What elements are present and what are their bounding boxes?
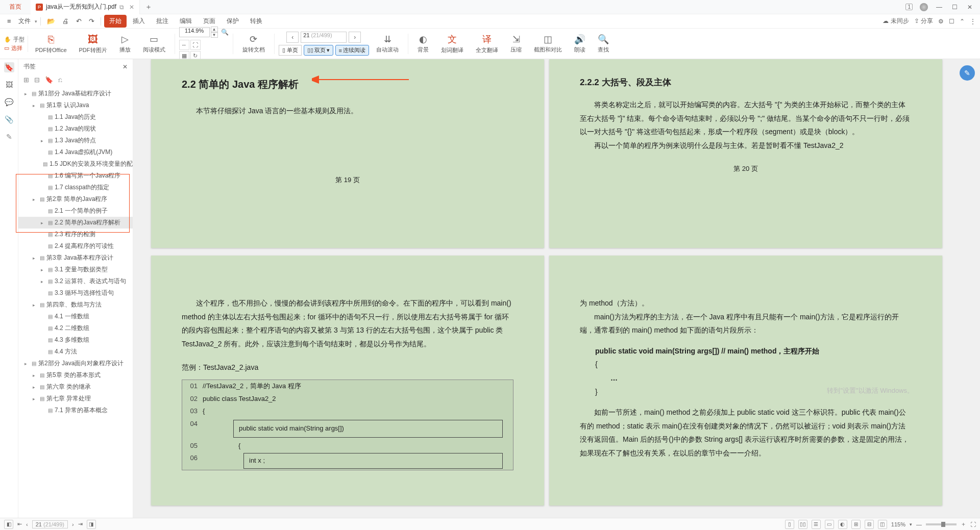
tab-home[interactable]: 首页: [0, 0, 31, 14]
collapse-ribbon-icon[interactable]: ⌃: [960, 18, 965, 25]
sidebar-toggle-icon[interactable]: ◧: [4, 520, 13, 529]
zoom-slider[interactable]: [926, 523, 957, 525]
zoom-magnify-icon[interactable]: 🔍: [221, 29, 229, 36]
window-count-badge[interactable]: 1: [905, 4, 913, 10]
zoom-level-status[interactable]: 115%: [891, 521, 905, 527]
bm-expand-icon[interactable]: ⊞: [23, 76, 29, 84]
tab-file-active[interactable]: P java从一无所知到入门.pdf ⧉ ✕: [31, 0, 140, 14]
bookmark-item[interactable]: ▸▤第1章 认识Java: [18, 99, 133, 111]
user-avatar-icon[interactable]: [920, 3, 928, 11]
bookmark-item[interactable]: ▤1.7 classpath的指定: [18, 182, 133, 193]
bookmark-item[interactable]: ▤4.2 二维数组: [18, 322, 133, 334]
bm-collapse-icon[interactable]: ⊟: [34, 76, 40, 84]
zoom-down[interactable]: ▼: [211, 32, 218, 38]
read-mode-button[interactable]: ▭阅读模式: [138, 34, 170, 54]
window-icon[interactable]: ☐: [949, 18, 954, 25]
layout-2-icon[interactable]: ▯▯: [798, 520, 807, 529]
page-input-status[interactable]: 21 (21/499): [32, 520, 68, 528]
bookmark-item[interactable]: ▤2.4 提高程序的可读性: [18, 240, 133, 252]
undo-icon[interactable]: ↶: [73, 15, 85, 27]
menu-tab-insert[interactable]: 插入: [128, 15, 150, 28]
more-icon[interactable]: ⋮: [970, 18, 976, 25]
bookmark-item[interactable]: ▸▤第七章 异常处理: [18, 393, 133, 405]
bookmark-item[interactable]: ▸▤3.1 变量与数据类型: [18, 264, 133, 275]
maximize-button[interactable]: ☐: [950, 3, 959, 11]
bookmark-item[interactable]: ▤4.1 一维数组: [18, 311, 133, 322]
find-button[interactable]: 🔍查找: [593, 34, 614, 54]
bookmark-item[interactable]: ▤4.4 方法: [18, 346, 133, 358]
layout-3-icon[interactable]: ☰: [812, 520, 821, 529]
bookmark-item[interactable]: ▸▤第3章 Java基本程序设计: [18, 252, 133, 264]
misc-2-icon[interactable]: ⊟: [865, 520, 874, 529]
share-button[interactable]: ⇪ 分享: [914, 17, 933, 26]
bookmark-item[interactable]: ▤1.1 Java的历史: [18, 111, 133, 123]
layout-1-icon[interactable]: ▯: [785, 520, 794, 529]
single-page-button[interactable]: ▯ 单页: [279, 45, 302, 56]
prev-page-button[interactable]: ‹: [286, 32, 299, 43]
bookmark-item[interactable]: ▤1.4 Java虚拟机(JVM): [18, 146, 133, 158]
zoom-up[interactable]: ▲: [211, 27, 218, 32]
view-toggle-icon[interactable]: ◨: [87, 520, 96, 529]
file-menu[interactable]: 文件: [15, 17, 34, 26]
screenshot-compare-button[interactable]: ◫截图和对比: [529, 34, 567, 54]
new-tab-button[interactable]: ＋: [140, 3, 157, 12]
bookmark-item[interactable]: ▤4.3 多维数组: [18, 334, 133, 346]
last-page-icon[interactable]: ⇥: [78, 521, 83, 527]
auto-scroll-button[interactable]: ⇊自动滚动: [371, 34, 404, 54]
bookmark-item[interactable]: ▸▤第2部分 Java面向对象程序设计: [18, 358, 133, 369]
zoom-out-status-icon[interactable]: —: [916, 521, 922, 527]
bookmark-item[interactable]: ▸▤第1部分 Java基础程序设计: [18, 88, 133, 99]
menu-tab-start[interactable]: 开始: [104, 15, 127, 28]
fit-page-icon[interactable]: ⛶: [190, 40, 201, 50]
bookmark-item[interactable]: ▸▤1.3 Java的特点: [18, 135, 133, 146]
background-button[interactable]: ◐背景: [412, 34, 434, 54]
bm-nav-icon[interactable]: ⎌: [58, 76, 62, 84]
fullscreen-status-icon[interactable]: ⛶: [970, 521, 976, 527]
misc-3-icon[interactable]: ◫: [878, 520, 887, 529]
bookmark-item[interactable]: ▤2.1 一个简单的例子: [18, 205, 133, 217]
menu-tab-edit[interactable]: 编辑: [175, 15, 197, 28]
bookmark-item[interactable]: ▸▤第六章 类的继承: [18, 381, 133, 393]
pdf-to-image-button[interactable]: 🖼PDF转图片: [74, 34, 112, 54]
prev-page-status-icon[interactable]: ‹: [26, 521, 28, 527]
bookmark-item[interactable]: ▤1.2 Java的现状: [18, 123, 133, 135]
next-page-status-icon[interactable]: ›: [72, 521, 74, 527]
menu-tab-protect[interactable]: 保护: [222, 15, 244, 28]
bookmark-item[interactable]: ▸▤第5章 类的基本形式: [18, 369, 133, 381]
floating-tool-badge[interactable]: ✎: [960, 65, 975, 81]
pdf-to-office-button[interactable]: ⎘PDF转Office: [30, 34, 72, 54]
bookmark-item[interactable]: ▤3.3 循环与选择性语句: [18, 287, 133, 299]
read-aloud-button[interactable]: 🔊朗读: [569, 34, 591, 54]
night-mode-icon[interactable]: ◐: [838, 520, 847, 529]
bookmark-item[interactable]: ▸▤第四章、数组与方法: [18, 299, 133, 311]
redo-icon[interactable]: ↷: [86, 15, 97, 27]
fit-width-icon[interactable]: ↔: [179, 40, 189, 50]
play-button[interactable]: ▷播放: [114, 34, 136, 54]
zoom-control[interactable]: 114.9% ▲▼ 🔍: [179, 27, 229, 38]
attachment-rail-icon[interactable]: 📎: [4, 114, 14, 124]
bookmark-rail-icon[interactable]: 🔖: [4, 62, 14, 72]
document-viewport[interactable]: 2.2 简单的 Java 程序解析 本节将仔细探讨 Java 语言的一些基本规则…: [133, 59, 980, 518]
bookmark-item[interactable]: ▸▤3.2 运算符、表达式与语句: [18, 275, 133, 287]
first-page-icon[interactable]: ⇤: [17, 521, 22, 527]
thumbnails-rail-icon[interactable]: 🖼: [4, 80, 14, 90]
print-icon[interactable]: 🖨: [59, 15, 72, 27]
close-bookmark-icon[interactable]: ✕: [122, 63, 128, 70]
menu-tab-annotate[interactable]: 批注: [151, 15, 174, 28]
hand-tool[interactable]: ✋手型: [4, 36, 24, 43]
close-window-button[interactable]: ✕: [966, 3, 974, 11]
close-tab-icon[interactable]: ✕: [129, 4, 134, 11]
signature-rail-icon[interactable]: ✎: [4, 132, 14, 142]
bookmark-item[interactable]: ▤2.3 程序的检测: [18, 229, 133, 240]
hamburger-icon[interactable]: ≡: [4, 15, 14, 27]
bookmark-item[interactable]: ▸▤第2章 简单的Java程序: [18, 193, 133, 205]
misc-1-icon[interactable]: ⊞: [851, 520, 861, 529]
compress-button[interactable]: ⇲压缩: [505, 34, 527, 54]
select-tool[interactable]: ▭选择: [4, 44, 24, 52]
double-page-button[interactable]: ▯▯ 双页 ▾: [304, 45, 333, 56]
full-translate-button[interactable]: 译全文翻译: [471, 33, 503, 54]
presentation-icon[interactable]: ▭: [825, 520, 834, 529]
continuous-read-button[interactable]: ≡ 连续阅读: [335, 45, 369, 56]
menu-tab-page[interactable]: 页面: [198, 15, 220, 28]
zoom-in-status-icon[interactable]: ＋: [961, 520, 966, 528]
